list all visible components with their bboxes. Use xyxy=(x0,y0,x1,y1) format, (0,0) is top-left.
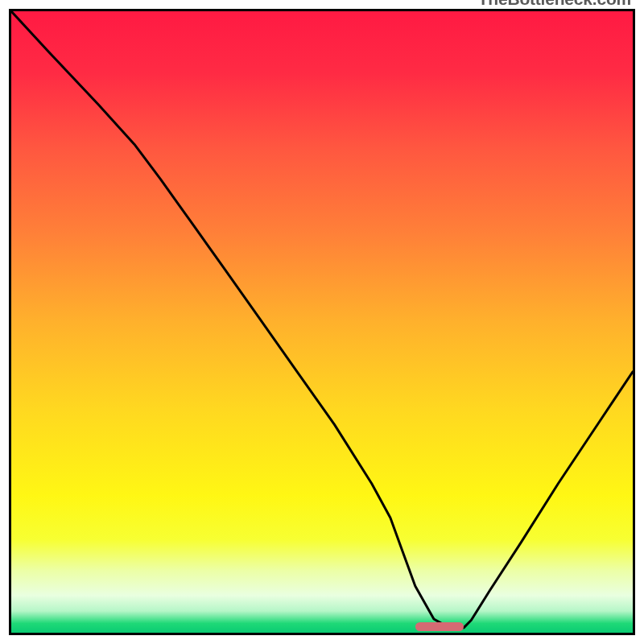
bottleneck-chart xyxy=(11,11,633,633)
watermark-label: TheBottleneck.com xyxy=(478,0,631,9)
chart-frame: TheBottleneck.com xyxy=(9,9,635,635)
gradient-fill xyxy=(11,11,633,633)
optimal-range-marker xyxy=(415,622,464,631)
